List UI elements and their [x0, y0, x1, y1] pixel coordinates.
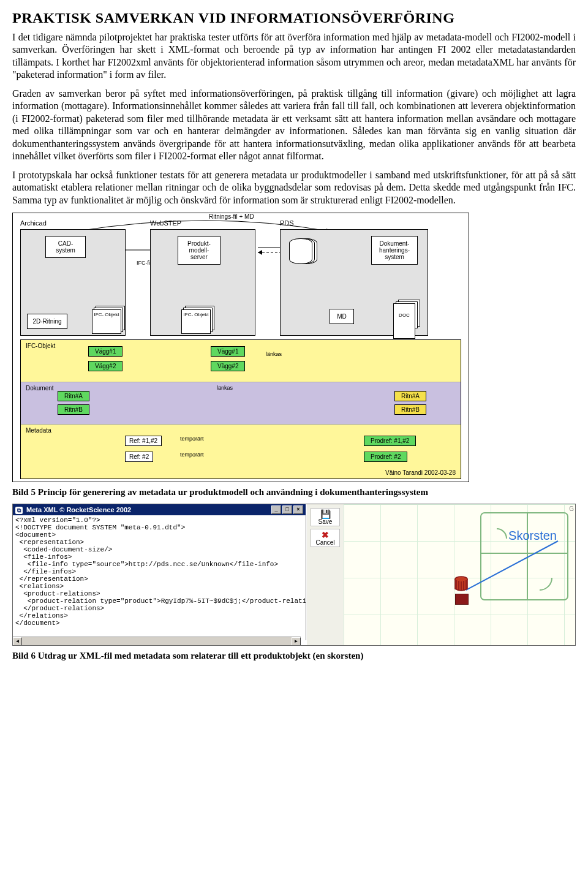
- box-prodref2: Prodref: #2: [364, 452, 407, 462]
- box-ritn-b-left: Ritn#B: [58, 404, 89, 415]
- caption-bild5: Bild 5 Princip för generering av metadat…: [12, 487, 576, 498]
- label-ifc-fil: IFC-fil: [137, 260, 151, 266]
- paragraph-2: Graden av samverkan beror på syftet med …: [12, 88, 576, 163]
- toolbar: 💾 Save ✖ Cancel: [307, 504, 344, 646]
- scroll-left-icon[interactable]: ◄: [13, 637, 22, 646]
- label-lankas-1: länkas: [266, 351, 282, 357]
- save-icon: 💾: [311, 510, 339, 518]
- label-pds: PDS: [280, 219, 428, 227]
- box-produktserver: Produkt- modell- server: [178, 236, 221, 265]
- chimney-object[interactable]: [454, 578, 469, 605]
- diagram-principle-lower: IFC-Objekt Vägg#1 Vägg#2 Vägg#1 Vägg#2 l…: [20, 339, 461, 479]
- label-temporart-2: temporärt: [180, 452, 204, 458]
- svg-line-23: [466, 541, 558, 590]
- corner-label: G: [569, 505, 574, 512]
- box-vagg2-b: Vägg#2: [211, 361, 245, 371]
- box-ref12: Ref: #1,#2: [125, 436, 162, 446]
- cancel-icon: ✖: [311, 531, 339, 539]
- save-label: Save: [318, 518, 333, 525]
- page-heading: PRAKTISK SAMVERKAN VID INFORMATIONSÖVERF…: [12, 10, 576, 26]
- label-metadata-band: Metadata: [26, 427, 51, 434]
- box-vagg2-a: Vägg#2: [88, 361, 123, 371]
- label-lankas-2: länkas: [217, 385, 233, 391]
- label-ifc-objekt-band: IFC-Objekt: [26, 342, 55, 349]
- box-prodref12: Prodref: #1,#2: [364, 436, 416, 446]
- box-ref2: Ref: #2: [125, 452, 153, 462]
- scroll-right-icon[interactable]: ►: [292, 637, 301, 646]
- caption-bild6: Bild 6 Utdrag ur XML-fil med metadata so…: [12, 651, 576, 661]
- horizontal-scrollbar[interactable]: ◄ ►: [13, 637, 301, 645]
- box-vagg1-a: Vägg#1: [88, 346, 123, 357]
- app-icon: ⧉: [15, 507, 23, 514]
- maximize-button[interactable]: □: [282, 505, 292, 514]
- minimize-button[interactable]: _: [271, 505, 281, 514]
- window-title: ⧉ Meta XML © RocketScience 2002: [15, 504, 131, 515]
- paragraph-1: I det tidigare nämnda pilotprojektet har…: [12, 31, 576, 81]
- box-ritn-a-right: Ritn#A: [394, 391, 426, 401]
- cancel-label: Cancel: [315, 539, 334, 546]
- save-button[interactable]: 💾 Save: [311, 508, 340, 526]
- panel-webstep: Produkt- modell- server IFC- Objekt: [150, 229, 255, 336]
- box-doc: DOC: [393, 303, 415, 339]
- window-titlebar[interactable]: ⧉ Meta XML © RocketScience 2002 _ □ ×: [13, 504, 306, 515]
- callout-line: [466, 539, 570, 594]
- label-archicad: Archicad: [20, 219, 126, 227]
- box-ifc-objekt-2: IFC- Objekt: [181, 309, 211, 334]
- box-md: MD: [330, 309, 354, 324]
- box-cad-system: CAD- system: [45, 236, 86, 258]
- label-webstep: WebSTEP: [150, 219, 255, 227]
- box-vagg1-b: Vägg#1: [211, 346, 245, 357]
- diagram-principle-upper: Ritnings-fil + MD Archicad CAD- system 2…: [12, 213, 469, 482]
- credit: Väino Tarandi 2002-03-28: [385, 469, 456, 476]
- panel-archicad: CAD- system 2D-Ritning IFC- Objekt: [20, 229, 126, 336]
- box-ifc-objekt-1: IFC- Objekt: [92, 309, 121, 334]
- screenshot-meta-xml: ⧉ Meta XML © RocketScience 2002 _ □ × <?…: [12, 504, 576, 646]
- label-temporart-1: temporärt: [180, 436, 204, 442]
- xml-content[interactable]: <?xml version="1.0"?> <!DOCTYPE document…: [13, 515, 306, 640]
- box-2d-ritning: 2D-Ritning: [27, 314, 67, 329]
- plan-canvas[interactable]: Skorsten: [344, 504, 575, 645]
- paragraph-3: I prototypskala har också funktioner tes…: [12, 169, 576, 206]
- cancel-button[interactable]: ✖ Cancel: [311, 529, 340, 547]
- box-ritn-b-right: Ritn#B: [394, 404, 426, 415]
- close-button[interactable]: ×: [293, 505, 303, 514]
- box-dok-system: Dokument- hanterings- system: [371, 236, 418, 265]
- panel-pds: Dokument- hanterings- system MD DOC: [280, 229, 428, 336]
- box-ritn-a-left: Ritn#A: [58, 391, 89, 401]
- label-dokument-band: Dokument: [26, 385, 54, 392]
